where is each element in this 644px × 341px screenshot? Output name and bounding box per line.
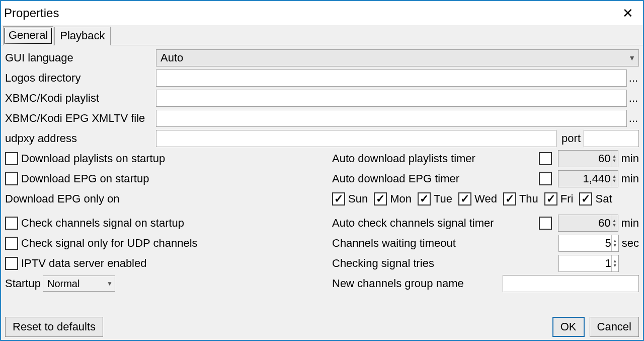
auto-download-epg-timer-checkbox[interactable] bbox=[539, 172, 552, 185]
udpxy-address-label: udpxy address bbox=[5, 132, 156, 145]
auto-check-signal-timer-label: Auto check channels signal timer bbox=[332, 217, 494, 230]
cancel-button[interactable]: Cancel bbox=[590, 317, 639, 337]
checking-signal-tries-label: Checking signal tries bbox=[332, 257, 434, 270]
epg-timer-spinner[interactable]: 1,440 ▲▼ bbox=[558, 170, 618, 187]
day-fri-checkbox[interactable] bbox=[544, 192, 557, 206]
day-wed-label: Wed bbox=[474, 192, 497, 206]
day-wed-checkbox[interactable] bbox=[458, 192, 471, 206]
auto-check-signal-timer-checkbox[interactable] bbox=[539, 217, 552, 230]
playlists-timer-spinner[interactable]: 60 ▲▼ bbox=[558, 150, 618, 167]
logos-directory-label: Logos directory bbox=[5, 72, 156, 85]
gui-language-label: GUI language bbox=[5, 51, 156, 64]
waiting-timeout-value: 5 bbox=[605, 237, 611, 250]
auto-download-epg-timer-label: Auto download EPG timer bbox=[332, 172, 459, 185]
spinner-arrows-icon[interactable]: ▲▼ bbox=[611, 171, 618, 187]
tab-general[interactable]: General bbox=[3, 26, 53, 45]
iptv-server-enabled-label: IPTV data server enabled bbox=[21, 257, 146, 270]
download-epg-startup-label: Download EPG on startup bbox=[21, 172, 149, 185]
check-channels-startup-checkbox[interactable] bbox=[5, 217, 18, 230]
startup-value: Normal bbox=[47, 278, 79, 290]
signal-tries-spinner[interactable]: 1 ▲▼ bbox=[558, 255, 619, 272]
signal-timer-spinner[interactable]: 60 ▲▼ bbox=[558, 215, 618, 232]
spinner-arrows-icon[interactable]: ▲▼ bbox=[611, 235, 618, 251]
day-thu-checkbox[interactable] bbox=[503, 192, 516, 206]
epg-timer-value: 1,440 bbox=[583, 172, 610, 185]
new-channels-group-input[interactable] bbox=[503, 275, 639, 292]
titlebar: Properties ✕ bbox=[1, 1, 643, 25]
signal-timer-value: 60 bbox=[598, 217, 610, 230]
waiting-timeout-spinner[interactable]: 5 ▲▼ bbox=[558, 235, 619, 252]
day-fri-label: Fri bbox=[560, 192, 574, 206]
kodi-playlist-browse-button[interactable]: ... bbox=[628, 93, 639, 103]
reset-defaults-button[interactable]: Reset to defaults bbox=[5, 317, 103, 337]
port-input[interactable] bbox=[584, 130, 639, 147]
startup-label: Startup bbox=[5, 277, 41, 290]
min-unit: min bbox=[621, 217, 639, 230]
gui-language-combo[interactable]: Auto ▼ bbox=[156, 49, 639, 66]
day-sat-checkbox[interactable] bbox=[579, 192, 592, 206]
udpxy-address-input[interactable] bbox=[156, 130, 556, 147]
close-icon[interactable]: ✕ bbox=[618, 3, 638, 23]
min-unit: min bbox=[621, 172, 639, 185]
properties-window: Properties ✕ General Playback GUI langua… bbox=[0, 0, 644, 341]
chevron-down-icon: ▼ bbox=[628, 54, 635, 62]
auto-download-playlists-timer-label: Auto download playlists timer bbox=[332, 152, 475, 165]
sec-unit: sec bbox=[622, 237, 639, 250]
download-playlists-startup-label: Download playlists on startup bbox=[21, 152, 165, 165]
signal-tries-value: 1 bbox=[605, 257, 611, 270]
kodi-playlist-input[interactable] bbox=[156, 90, 627, 107]
general-panel: GUI language Auto ▼ Logos directory ... … bbox=[1, 45, 643, 297]
logos-directory-input[interactable] bbox=[156, 70, 627, 87]
day-sun-checkbox[interactable] bbox=[332, 192, 345, 206]
kodi-epg-browse-button[interactable]: ... bbox=[628, 113, 639, 123]
day-mon-checkbox[interactable] bbox=[374, 192, 387, 206]
ok-button[interactable]: OK bbox=[552, 317, 585, 337]
download-playlists-startup-checkbox[interactable] bbox=[5, 152, 18, 165]
kodi-playlist-label: XBMC/Kodi playlist bbox=[5, 92, 156, 105]
gui-language-value: Auto bbox=[160, 51, 183, 64]
tab-playback[interactable]: Playback bbox=[54, 27, 110, 45]
day-sun-label: Sun bbox=[348, 192, 368, 206]
chevron-down-icon: ▼ bbox=[107, 280, 113, 287]
playlists-timer-value: 60 bbox=[598, 152, 610, 165]
download-epg-only-on-label: Download EPG only on bbox=[5, 192, 119, 206]
day-sat-label: Sat bbox=[595, 192, 612, 206]
day-thu-label: Thu bbox=[519, 192, 538, 206]
day-tue-label: Tue bbox=[434, 192, 452, 206]
port-label: port bbox=[561, 132, 581, 145]
check-udp-only-label: Check signal only for UDP channels bbox=[21, 237, 198, 250]
kodi-epg-input[interactable] bbox=[156, 110, 627, 127]
startup-combo[interactable]: Normal ▼ bbox=[43, 276, 115, 292]
min-unit: min bbox=[621, 152, 639, 165]
new-channels-group-label: New channels group name bbox=[332, 277, 464, 290]
check-channels-startup-label: Check channels signal on startup bbox=[21, 217, 184, 230]
spinner-arrows-icon[interactable]: ▲▼ bbox=[611, 151, 618, 167]
download-epg-startup-checkbox[interactable] bbox=[5, 172, 18, 185]
day-tue-checkbox[interactable] bbox=[418, 192, 431, 206]
window-title: Properties bbox=[4, 6, 59, 20]
tab-strip: General Playback bbox=[1, 25, 643, 45]
auto-download-playlists-timer-checkbox[interactable] bbox=[539, 152, 552, 165]
check-udp-only-checkbox[interactable] bbox=[5, 237, 18, 250]
day-mon-label: Mon bbox=[390, 192, 412, 206]
bottom-bar: Reset to defaults OK Cancel bbox=[5, 317, 639, 337]
spinner-arrows-icon[interactable]: ▲▼ bbox=[611, 215, 618, 231]
logos-browse-button[interactable]: ... bbox=[628, 73, 639, 83]
channels-waiting-timeout-label: Channels waiting timeout bbox=[332, 237, 456, 250]
iptv-server-enabled-checkbox[interactable] bbox=[5, 257, 18, 270]
spinner-arrows-icon[interactable]: ▲▼ bbox=[611, 255, 618, 271]
kodi-epg-label: XBMC/Kodi EPG XMLTV file bbox=[5, 112, 156, 125]
